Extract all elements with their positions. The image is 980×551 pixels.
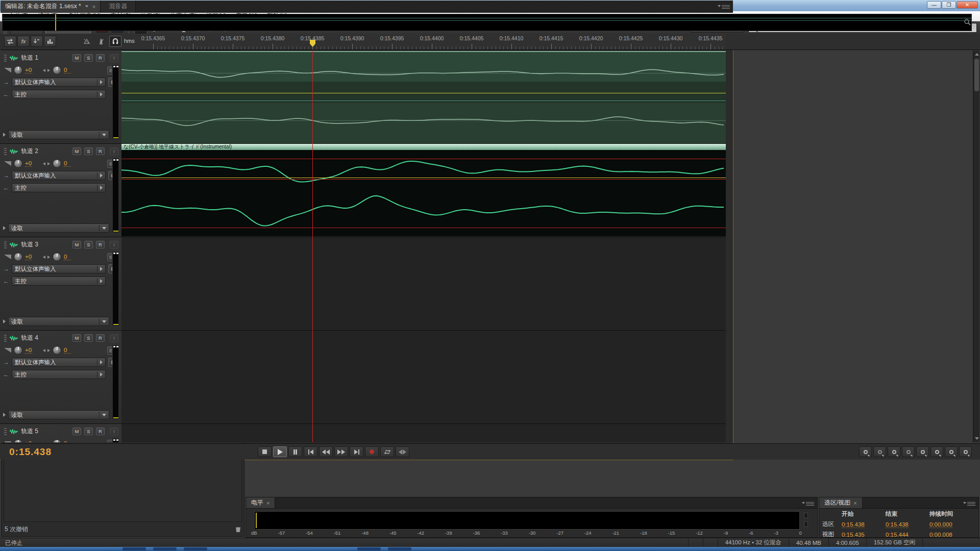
input-dropdown[interactable]: 默认立体声输入 — [12, 171, 106, 180]
zoom-in-time-button[interactable] — [888, 446, 900, 457]
input-dropdown[interactable]: 默认立体声输入 — [12, 78, 106, 87]
clip-indicator-right[interactable] — [804, 521, 808, 527]
routing-button[interactable] — [4, 36, 16, 47]
input-dropdown[interactable]: 默认立体声输入 — [12, 358, 106, 367]
volume-knob[interactable] — [14, 253, 22, 261]
tab-editor[interactable]: 编辑器: 未命名混音 1.sesx * × — [1, 1, 101, 12]
metering-button[interactable] — [44, 36, 56, 47]
end-value[interactable]: 0:15.438 — [886, 521, 929, 528]
metronome-button[interactable] — [95, 36, 107, 47]
pan-knob[interactable] — [53, 159, 61, 168]
audio-clip-track2[interactable]: な(CV-小倉唯)] 地平線ストライド(Instrumental) — [121, 144, 726, 236]
pan-knob[interactable] — [53, 66, 61, 74]
tab-levels[interactable]: 电平 × — [246, 497, 275, 508]
track-lane-1[interactable] — [121, 51, 726, 144]
mute-button[interactable]: M — [72, 147, 81, 155]
chevron-down-icon[interactable] — [85, 6, 88, 8]
volume-value[interactable]: +0 — [25, 440, 32, 442]
track-header[interactable]: 轨道 5 M S R I +0 0 ((●)) → — [0, 424, 121, 442]
tab-selection-view[interactable]: 选区/视图 × — [819, 497, 863, 508]
close-icon[interactable]: × — [92, 4, 95, 10]
pan-value[interactable]: 0 — [64, 67, 71, 73]
zoom-selection-out-point-button[interactable] — [959, 446, 972, 457]
session-overview-bar[interactable] — [2, 14, 972, 31]
volume-value[interactable]: +0 — [25, 67, 32, 73]
track-name[interactable]: 轨道 4 — [21, 334, 69, 342]
volume-value[interactable]: +0 — [25, 254, 32, 260]
track-header[interactable]: 轨道 1 M S R I +0 0 ((●)) → — [0, 51, 121, 144]
fast-forward-button[interactable] — [334, 446, 348, 457]
pan-value[interactable]: 0 — [64, 440, 71, 442]
auto-scroll-button[interactable] — [81, 36, 93, 47]
automation-punch-button[interactable] — [31, 36, 43, 47]
output-dropdown[interactable]: 主控 — [12, 183, 106, 192]
input-monitor-button[interactable]: I — [110, 428, 118, 435]
volume-value[interactable]: +0 — [25, 160, 32, 167]
maximize-button[interactable]: ❐ — [942, 1, 956, 9]
collapse-arrow-icon[interactable] — [3, 413, 6, 417]
zoom-in-amplitude-button[interactable] — [916, 446, 929, 457]
zoom-out-button[interactable] — [873, 446, 886, 457]
pan-value[interactable]: 0 — [64, 254, 71, 260]
record-arm-button[interactable]: R — [96, 147, 105, 155]
tab-mixer[interactable]: 混音器 — [101, 1, 136, 12]
duration-value[interactable]: 0:00.008 — [929, 532, 973, 538]
automation-mode-dropdown[interactable]: 读取 — [8, 317, 109, 326]
output-dropdown[interactable]: 主控 — [12, 370, 106, 379]
clip-title[interactable]: な(CV-小倉唯)] 地平線ストライド(Instrumental) — [121, 144, 726, 150]
close-icon[interactable]: × — [853, 500, 856, 506]
mute-button[interactable]: M — [72, 428, 81, 435]
track-grip[interactable] — [4, 335, 7, 342]
loop-playback-button[interactable] — [380, 446, 394, 457]
output-dropdown[interactable]: 主控 — [12, 277, 106, 286]
track-header[interactable]: 轨道 3 M S R I +0 0 ((●)) → — [0, 237, 121, 331]
skip-selection-button[interactable] — [396, 446, 409, 457]
play-button[interactable] — [273, 446, 287, 457]
record-arm-button[interactable]: R — [96, 241, 105, 248]
input-dropdown[interactable]: 默认立体声输入 — [12, 264, 106, 273]
overview-position-marker[interactable] — [55, 14, 56, 31]
automation-mode-dropdown[interactable]: 读取 — [8, 130, 109, 139]
record-arm-button[interactable]: R — [96, 54, 105, 62]
input-monitor-button[interactable]: I — [110, 334, 118, 342]
mute-button[interactable]: M — [72, 54, 81, 62]
track-lane-4[interactable] — [121, 331, 726, 424]
pan-envelope-line[interactable] — [121, 101, 726, 101]
input-monitor-button[interactable]: I — [110, 147, 118, 155]
zoom-to-selection-button[interactable] — [930, 446, 943, 457]
end-value[interactable]: 0:15.444 — [886, 532, 929, 538]
mute-button[interactable]: M — [72, 334, 81, 342]
collapse-arrow-icon[interactable] — [3, 133, 6, 137]
input-monitor-button[interactable]: I — [110, 54, 118, 62]
zoom-navigate-icon[interactable] — [964, 18, 972, 27]
solo-button[interactable]: S — [84, 147, 93, 155]
track-grip[interactable] — [4, 428, 7, 435]
panel-menu-icon[interactable] — [967, 501, 975, 506]
volume-knob[interactable] — [14, 346, 22, 355]
volume-knob[interactable] — [14, 439, 22, 442]
track-header[interactable]: 轨道 4 M S R I +0 0 ((●)) → — [0, 331, 121, 424]
track-grip[interactable] — [4, 148, 7, 155]
volume-value[interactable]: +0 — [25, 347, 32, 354]
close-button[interactable]: ✕ — [957, 1, 978, 9]
start-value[interactable]: 0:15.435 — [842, 532, 886, 538]
editor-vertical-scrollbar[interactable] — [973, 51, 979, 442]
track-header[interactable]: 轨道 2 M S R I +0 0 ((●)) → — [0, 144, 121, 237]
fx-rack-button[interactable]: fx — [17, 36, 30, 47]
zoom-out-time-button[interactable] — [902, 446, 915, 457]
snap-button[interactable] — [109, 36, 121, 47]
volume-knob[interactable] — [14, 66, 22, 74]
solo-button[interactable]: S — [84, 54, 93, 62]
input-monitor-button[interactable]: I — [110, 241, 118, 248]
automation-mode-dropdown[interactable]: 读取 — [8, 223, 109, 233]
stop-button[interactable] — [258, 446, 272, 457]
track-lanes[interactable]: な(CV-小倉唯)] 地平線ストライド(Instrumental) — [121, 51, 726, 442]
windows-taskbar[interactable] — [0, 547, 980, 551]
zoom-selection-in-point-button[interactable] — [945, 446, 958, 457]
solo-button[interactable]: S — [84, 334, 93, 342]
panel-menu-icon[interactable] — [722, 4, 730, 9]
collapse-arrow-icon[interactable] — [3, 226, 6, 230]
record-arm-button[interactable]: R — [96, 334, 105, 342]
record-button[interactable] — [365, 446, 379, 457]
minimize-button[interactable]: — — [927, 1, 941, 9]
